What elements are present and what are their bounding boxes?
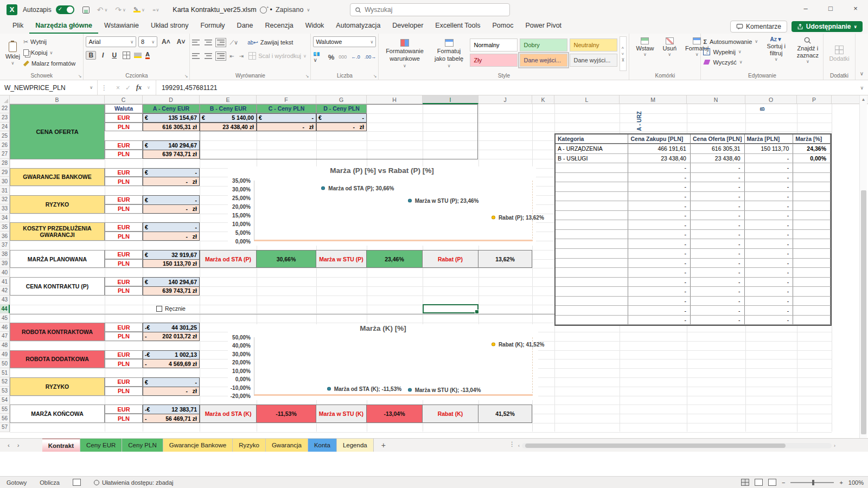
font-size-select[interactable]: 8∨ [138,36,157,47]
row-header-25[interactable]: 25 [0,131,10,140]
ribbon-tab-recenzja[interactable]: Recenzja [259,20,299,34]
format-painter-button[interactable]: Malarz formatów [23,58,75,69]
delete-cells-button[interactable]: Usuń∨ [658,36,681,71]
number-format-select[interactable]: Walutowe∨ [313,36,376,47]
maximize-button[interactable]: □ [818,0,843,17]
row-header-41[interactable]: 41 [0,277,10,286]
cell-style-normalny[interactable]: Normalny [470,38,518,52]
highlight-icon[interactable]: ✎∨ [133,7,145,12]
sheet-tab-ceny-eur[interactable]: Ceny EUR [80,439,122,452]
sheet-tab-legenda[interactable]: Legenda [337,439,374,452]
autosave-toggle[interactable]: ✓ [56,5,74,14]
column-header-F[interactable]: F [257,95,316,104]
column-header-P[interactable]: P [797,95,832,104]
row-header-31[interactable]: 31 [0,186,10,195]
column-header-E[interactable]: E [200,95,257,104]
sheet-tab-ryzyko[interactable]: Ryzyko [233,439,266,452]
close-button[interactable]: × [843,0,868,17]
hscroll-left-icon[interactable]: ‹ [518,443,520,448]
row-header-27[interactable]: 27 [0,150,10,159]
horizontal-scroll-thumb[interactable] [525,444,786,448]
ribbon-tab-wstawianie[interactable]: Wstawianie [98,20,145,34]
ribbon-tab-plik[interactable]: Plik [7,20,29,34]
confirm-entry-icon[interactable]: ✓ [125,84,131,92]
row-header-54[interactable]: 54 [0,396,10,405]
row-header-56[interactable]: 56 [0,414,10,423]
dialog-launcher-icon[interactable]: ↘ [78,74,82,79]
column-header-L[interactable]: L [554,95,620,104]
accessibility-status[interactable]: Ułatwienia dostępu: zbadaj [87,479,180,486]
increase-decimal-icon[interactable]: ←.0 [351,54,360,60]
undo-icon[interactable]: ↶∨ [97,5,108,14]
row-header-40[interactable]: 40 [0,268,10,277]
row-header-52[interactable]: 52 [0,377,10,387]
selected-cell[interactable] [423,304,478,313]
decrease-font-icon[interactable]: A˅ [175,38,188,46]
ribbon-tab-formu-y[interactable]: Formuły [194,20,231,34]
column-header-H[interactable]: H [367,95,423,104]
increase-font-icon[interactable]: A˄ [159,38,173,46]
ribbon-tab-dane[interactable]: Dane [231,20,259,34]
row-header-33[interactable]: 33 [0,204,10,214]
zoom-in-icon[interactable]: + [839,479,843,486]
decrease-indent-icon[interactable]: ⇤ [229,53,234,59]
row-header-24[interactable]: 24 [0,123,10,132]
ribbon-tab-narz-dzia-g-wne[interactable]: Narzędzia główne [29,20,98,34]
merge-center-button[interactable]: Scal i wyśrodkuj∨ [248,52,307,60]
cancel-entry-icon[interactable]: × [116,84,120,92]
page-layout-view-icon[interactable] [755,479,763,486]
ribbon-tab-automatyzacja[interactable]: Automatyzacja [330,20,386,34]
row-header-29[interactable]: 29 [0,168,10,177]
insert-cells-button[interactable]: Wstaw∨ [631,36,658,71]
tab-list-icon[interactable]: ⋮ [509,440,515,448]
dialog-launcher-icon[interactable]: ↘ [373,74,377,79]
row-header-22[interactable]: 22 [0,104,10,113]
dialog-launcher-icon[interactable]: ↘ [184,74,188,79]
align-left-icon[interactable] [192,53,200,59]
insert-function-icon[interactable]: fx [136,84,142,92]
redo-icon[interactable]: ↷∨ [115,5,126,14]
ribbon-tab-uk-ad-strony[interactable]: Układ strony [145,20,194,34]
column-header-J[interactable]: J [478,95,532,104]
wrap-text-button[interactable]: ab↩Zawijaj tekst [247,39,293,46]
sheet-tab-ceny-pln[interactable]: Ceny PLN [122,439,163,452]
comments-button[interactable]: Komentarze [730,21,787,33]
cell-style-z-y[interactable]: Zły [470,54,518,67]
row-header-26[interactable]: 26 [0,140,10,150]
ribbon-tab-power-pivot[interactable]: Power Pivot [519,20,567,34]
column-header-D[interactable]: D [143,95,200,104]
row-header-42[interactable]: 42 [0,286,10,296]
row-header-46[interactable]: 46 [0,323,10,332]
hscroll-right-icon[interactable]: › [834,443,835,448]
sheet-tab-gwarancja[interactable]: Gwarancja [266,439,308,452]
fill-color-icon[interactable] [134,53,142,58]
namebox-splitter[interactable]: ⋮ [98,84,111,92]
search-input[interactable] [365,6,505,14]
name-box[interactable]: W_NEWPRICE_PLN∨ [0,80,98,95]
sheet-tab-kontrakt[interactable]: Kontrakt [42,439,80,452]
cell-style-dobry[interactable]: Dobry [520,38,567,52]
row-header-43[interactable]: 43 [0,296,10,305]
column-header-M[interactable]: M [620,95,687,104]
formula-input[interactable]: 199291,457681121 [156,84,218,92]
zoom-out-icon[interactable]: − [782,479,785,486]
search-box[interactable] [350,3,510,16]
column-header-I[interactable]: I [423,95,478,104]
collapse-ribbon-icon[interactable]: ∨ [856,34,868,80]
clear-button[interactable]: Wyczyść∨ [703,57,758,67]
row-header-37[interactable]: 37 [0,241,10,250]
add-sheet-button[interactable]: + [374,439,393,452]
excel-logo-icon[interactable]: X [7,4,17,15]
vertical-scrollbar[interactable]: ▲ [859,95,867,438]
ribbon-tab-widok[interactable]: Widok [299,20,330,34]
borders-icon[interactable] [123,52,130,59]
fill-button[interactable]: ↓Wypełnij∨ [703,47,758,57]
column-header-K[interactable]: K [532,95,554,104]
row-header-44[interactable]: 44 [0,305,10,314]
find-select-button[interactable]: Znajdź i zaznacz ∨ [794,36,821,67]
calc-status[interactable]: Oblicza [33,479,66,486]
sheet-nav-left-icon[interactable]: ‹ [8,442,10,448]
cell-style-dane-wej-ci[interactable]: Dane wejści... [520,54,567,67]
row-header-32[interactable]: 32 [0,195,10,204]
row-header-36[interactable]: 36 [0,232,10,241]
